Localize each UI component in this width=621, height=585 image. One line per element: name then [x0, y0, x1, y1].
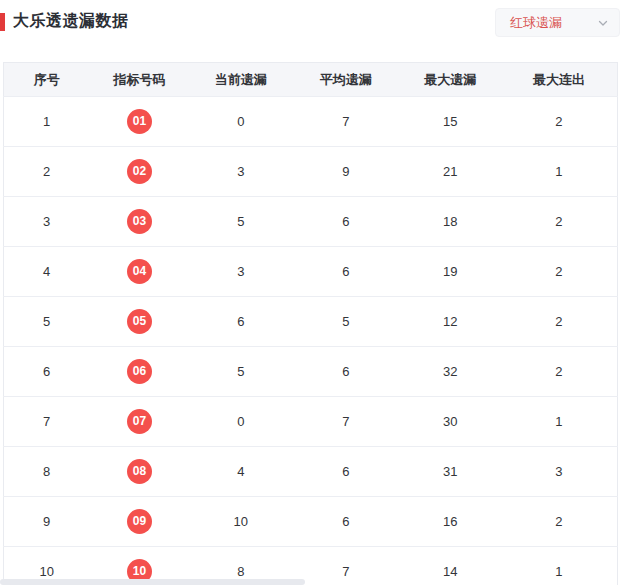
omission-data-panel: 大乐透遗漏数据 红球遗漏 序号 指标号码 当前遗漏 平均遗漏: [0, 0, 621, 585]
cell-max: 31: [400, 447, 501, 497]
cell-streak: 2: [501, 97, 618, 147]
cell-average: 6: [292, 197, 399, 247]
red-ball-badge: 02: [127, 159, 152, 184]
cell-ball: 03: [89, 197, 189, 247]
cell-seq: 5: [4, 297, 90, 347]
cell-seq: 7: [4, 397, 90, 447]
table-row: 8 08 4 6 31 3: [4, 447, 618, 497]
cell-max: 15: [400, 97, 501, 147]
cell-average: 9: [292, 147, 399, 197]
cell-seq: 1: [4, 97, 90, 147]
cell-current: 0: [190, 97, 293, 147]
cell-streak: 2: [501, 197, 618, 247]
table-row: 6 06 5 6 32 2: [4, 347, 618, 397]
red-ball-badge: 06: [127, 359, 152, 384]
red-ball-badge: 08: [127, 459, 152, 484]
cell-current: 4: [190, 447, 293, 497]
cell-streak: 2: [501, 347, 618, 397]
cell-streak: 2: [501, 247, 618, 297]
cell-average: 7: [292, 97, 399, 147]
cell-seq: 6: [4, 347, 90, 397]
col-header-current: 当前遗漏: [190, 63, 293, 97]
table-row: 9 09 10 6 16 2: [4, 497, 618, 547]
cell-average: 7: [292, 547, 399, 585]
cell-average: 6: [292, 347, 399, 397]
cell-max: 18: [400, 197, 501, 247]
cell-average: 5: [292, 297, 399, 347]
red-ball-badge: 04: [127, 259, 152, 284]
chevron-down-icon: [597, 17, 609, 29]
table-row: 1 01 0 7 15 2: [4, 97, 618, 147]
red-ball-badge: 07: [127, 409, 152, 434]
red-ball-badge: 03: [127, 209, 152, 234]
cell-max: 21: [400, 147, 501, 197]
cell-ball: 06: [89, 347, 189, 397]
cell-seq: 4: [4, 247, 90, 297]
cell-ball: 09: [89, 497, 189, 547]
cell-max: 16: [400, 497, 501, 547]
cell-max: 32: [400, 347, 501, 397]
ball-type-select[interactable]: 红球遗漏: [495, 8, 620, 37]
col-header-average: 平均遗漏: [292, 63, 399, 97]
cell-seq: 3: [4, 197, 90, 247]
cell-max: 30: [400, 397, 501, 447]
cell-current: 5: [190, 197, 293, 247]
cell-current: 10: [190, 497, 293, 547]
cell-streak: 3: [501, 447, 618, 497]
table-row: 7 07 0 7 30 1: [4, 397, 618, 447]
col-header-seq: 序号: [4, 63, 90, 97]
cell-ball: 05: [89, 297, 189, 347]
cell-current: 3: [190, 147, 293, 197]
cell-average: 6: [292, 497, 399, 547]
cell-ball: 08: [89, 447, 189, 497]
cell-streak: 1: [501, 547, 618, 585]
title-accent-bar: [0, 13, 5, 31]
col-header-streak: 最大连出: [501, 63, 618, 97]
cell-seq: 2: [4, 147, 90, 197]
table-row: 4 04 3 6 19 2: [4, 247, 618, 297]
cell-ball: 07: [89, 397, 189, 447]
cell-streak: 2: [501, 497, 618, 547]
red-ball-badge: 05: [127, 309, 152, 334]
cell-seq: 8: [4, 447, 90, 497]
cell-streak: 2: [501, 297, 618, 347]
cell-current: 3: [190, 247, 293, 297]
cell-ball: 02: [89, 147, 189, 197]
omission-table-wrap: 序号 指标号码 当前遗漏 平均遗漏 最大遗漏 最大连出 1 01 0 7 15 …: [3, 62, 618, 585]
cell-seq: 9: [4, 497, 90, 547]
cell-current: 5: [190, 347, 293, 397]
red-ball-badge: 01: [127, 109, 152, 134]
panel-topbar: 大乐透遗漏数据 红球遗漏: [0, 0, 621, 62]
page-title: 大乐透遗漏数据: [13, 11, 129, 32]
cell-current: 0: [190, 397, 293, 447]
col-header-ball: 指标号码: [89, 63, 189, 97]
title-block: 大乐透遗漏数据: [0, 11, 129, 32]
select-value: 红球遗漏: [510, 14, 562, 32]
table-row: 2 02 3 9 21 1: [4, 147, 618, 197]
cell-max: 14: [400, 547, 501, 585]
table-header-row: 序号 指标号码 当前遗漏 平均遗漏 最大遗漏 最大连出: [4, 63, 618, 97]
horizontal-scrollbar-thumb[interactable]: [0, 579, 305, 585]
cell-max: 12: [400, 297, 501, 347]
omission-table: 序号 指标号码 当前遗漏 平均遗漏 最大遗漏 最大连出 1 01 0 7 15 …: [3, 62, 618, 585]
cell-average: 6: [292, 247, 399, 297]
cell-max: 19: [400, 247, 501, 297]
cell-streak: 1: [501, 147, 618, 197]
col-header-max: 最大遗漏: [400, 63, 501, 97]
cell-average: 7: [292, 397, 399, 447]
red-ball-badge: 09: [127, 509, 152, 534]
cell-ball: 01: [89, 97, 189, 147]
cell-streak: 1: [501, 397, 618, 447]
cell-average: 6: [292, 447, 399, 497]
cell-ball: 04: [89, 247, 189, 297]
table-row: 5 05 6 5 12 2: [4, 297, 618, 347]
table-row: 3 03 5 6 18 2: [4, 197, 618, 247]
cell-current: 6: [190, 297, 293, 347]
